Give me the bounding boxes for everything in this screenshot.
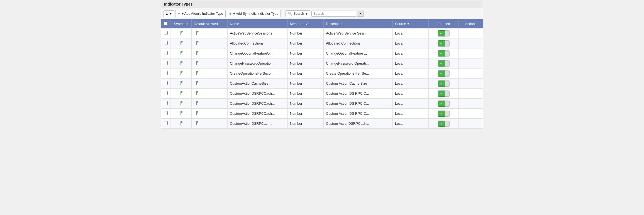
- select-all-checkbox[interactable]: [164, 21, 168, 25]
- enabled-side-button[interactable]: [445, 40, 450, 47]
- svg-rect-28: [180, 101, 181, 105]
- enabled-cell: ✓: [429, 69, 459, 79]
- synthetic-cell: [170, 109, 191, 119]
- search-button[interactable]: 🔍 Search ▼: [286, 10, 310, 17]
- row-select-checkbox[interactable]: [164, 71, 168, 75]
- description-cell: ChangeOptionalFeature ...: [324, 48, 393, 58]
- row-checkbox-cell: [161, 58, 170, 69]
- svg-marker-15: [197, 61, 199, 63]
- description-cell: Custom Action DS RPC C...: [324, 99, 393, 109]
- search-area: 🔍 Search ▼ ✕: [286, 10, 364, 17]
- table-row: CustomActionDSRPCCach...NumberCustom Act…: [161, 99, 483, 109]
- source-cell: Local: [393, 79, 429, 89]
- search-clear-button[interactable]: ✕: [357, 11, 364, 17]
- table-row: ChangePasswordOperatio...NumberChangePas…: [161, 58, 483, 69]
- synthetic-flag-icon: [178, 110, 184, 116]
- enabled-side-button[interactable]: [445, 30, 450, 36]
- svg-rect-8: [180, 51, 181, 55]
- svg-rect-18: [196, 71, 197, 75]
- enabled-check-icon: ✓: [438, 111, 445, 117]
- name-cell: CustomActionDSRPCCach...: [228, 99, 288, 109]
- measured-as-cell: Number: [287, 79, 323, 89]
- search-input[interactable]: [311, 11, 356, 17]
- description-cell: Allocated Connections: [324, 38, 393, 48]
- default-allowed-cell: [191, 69, 227, 79]
- synthetic-flag-icon: [178, 120, 184, 126]
- enabled-toggle[interactable]: ✓: [438, 40, 450, 47]
- row-checkbox-cell: [161, 99, 170, 109]
- enabled-toggle[interactable]: ✓: [438, 121, 450, 127]
- row-select-checkbox[interactable]: [164, 61, 168, 65]
- default-allowed-flag-icon: [194, 80, 199, 86]
- synthetic-flag-icon: [178, 70, 184, 76]
- enabled-toggle[interactable]: ✓: [438, 80, 450, 87]
- actions-cell: [459, 79, 483, 89]
- gear-button[interactable]: ⚙ ▼: [164, 10, 174, 17]
- row-select-checkbox[interactable]: [164, 121, 168, 125]
- enabled-side-button[interactable]: [445, 70, 450, 77]
- indicator-types-table: Synthetic Default Allowed Name Measured …: [161, 19, 483, 129]
- enabled-side-button[interactable]: [445, 50, 450, 57]
- name-cell: CustomActionCacheSize: [228, 79, 288, 89]
- default-allowed-cell: [191, 38, 227, 48]
- default-allowed-cell: [191, 89, 227, 99]
- default-allowed-cell: [191, 79, 227, 89]
- th-source[interactable]: Source ▼: [393, 19, 429, 28]
- row-select-checkbox[interactable]: [164, 91, 168, 95]
- svg-marker-35: [197, 111, 199, 113]
- synthetic-cell: [170, 119, 191, 129]
- enabled-side-button[interactable]: [445, 121, 450, 127]
- toolbar: ⚙ ▼ + + Add Atomic Indicator Type + + Ad…: [161, 8, 483, 19]
- row-select-checkbox[interactable]: [164, 101, 168, 105]
- name-cell: CreateOperationsPerSeco...: [228, 69, 288, 79]
- name-cell: AllocatedConnections: [228, 38, 288, 48]
- synthetic-flag-icon: [178, 90, 184, 96]
- enabled-side-button[interactable]: [445, 60, 450, 67]
- enabled-check-icon: ✓: [438, 30, 445, 36]
- measured-as-cell: Number: [287, 38, 323, 48]
- enabled-toggle[interactable]: ✓: [438, 91, 450, 97]
- svg-marker-31: [197, 101, 199, 103]
- svg-rect-34: [196, 111, 197, 115]
- row-select-checkbox[interactable]: [164, 31, 168, 35]
- table-row: CustomActionDSRPCach...NumberCustom Acti…: [161, 119, 483, 129]
- enabled-toggle[interactable]: ✓: [438, 70, 450, 77]
- measured-as-cell: Number: [287, 48, 323, 58]
- default-allowed-cell: [191, 109, 227, 119]
- enabled-side-button[interactable]: [445, 91, 450, 97]
- default-allowed-flag-icon: [194, 60, 199, 66]
- svg-rect-12: [180, 61, 181, 65]
- enabled-side-button[interactable]: [445, 101, 450, 107]
- enabled-check-icon: ✓: [438, 101, 445, 107]
- row-select-checkbox[interactable]: [164, 51, 168, 55]
- row-select-checkbox[interactable]: [164, 81, 168, 85]
- svg-marker-17: [181, 71, 183, 73]
- default-allowed-flag-icon: [194, 40, 199, 46]
- row-select-checkbox[interactable]: [164, 111, 168, 115]
- enabled-cell: ✓: [429, 58, 459, 69]
- measured-as-cell: Number: [287, 28, 323, 38]
- enabled-toggle[interactable]: ✓: [438, 60, 450, 67]
- row-checkbox-cell: [161, 89, 170, 99]
- th-description: Description: [324, 19, 393, 28]
- enabled-toggle[interactable]: ✓: [438, 50, 450, 57]
- row-checkbox-cell: [161, 119, 170, 129]
- th-enabled: Enabled: [429, 19, 459, 28]
- enabled-side-button[interactable]: [445, 80, 450, 87]
- source-cell: Local: [393, 38, 429, 48]
- row-select-checkbox[interactable]: [164, 41, 168, 45]
- table-row: ChangeOptionalFeatureO...NumberChangeOpt…: [161, 48, 483, 58]
- default-allowed-flag-icon: [194, 70, 199, 76]
- svg-rect-16: [180, 71, 181, 75]
- enabled-toggle[interactable]: ✓: [438, 101, 450, 107]
- add-atomic-icon: +: [178, 11, 180, 16]
- table-row: ActiveWebServiceSessionsNumberActive Web…: [161, 28, 483, 38]
- enabled-check-icon: ✓: [438, 50, 445, 57]
- name-cell: ChangePasswordOperatio...: [228, 58, 288, 69]
- enabled-toggle[interactable]: ✓: [438, 111, 450, 117]
- enabled-side-button[interactable]: [445, 111, 450, 117]
- add-synthetic-button[interactable]: + + Add Synthetic Indicator Type: [227, 10, 281, 17]
- enabled-toggle[interactable]: ✓: [438, 30, 450, 36]
- add-atomic-label: + Add Atomic Indicator Type: [182, 12, 223, 16]
- add-atomic-button[interactable]: + + Add Atomic Indicator Type: [175, 10, 226, 17]
